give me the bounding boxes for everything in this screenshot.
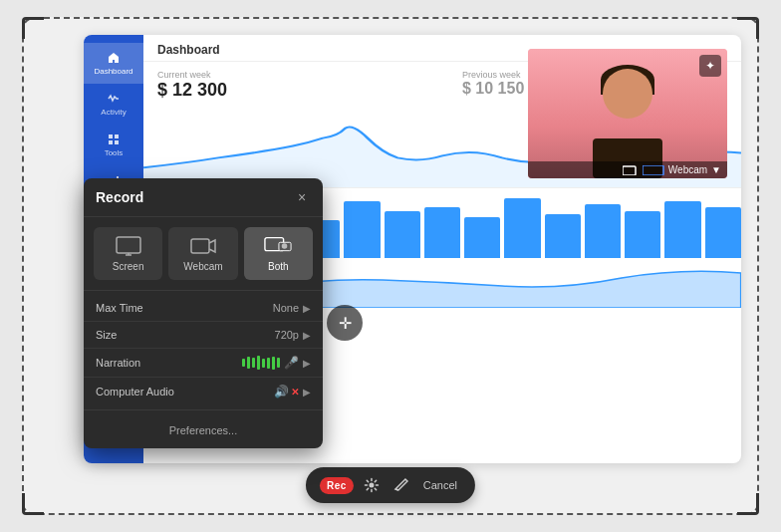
svg-point-15: [282, 243, 288, 249]
record-panel-header: Record ×: [84, 178, 323, 217]
wand-button[interactable]: ✦: [699, 55, 721, 77]
cancel-button[interactable]: Cancel: [419, 477, 461, 493]
bar-chart-bar: [424, 207, 460, 258]
webcam-dropdown-icon[interactable]: ▼: [711, 164, 721, 175]
both-icon: [264, 235, 292, 257]
speaker-icon: 🔊: [274, 385, 289, 399]
mode-selector: Screen Webcam: [84, 217, 323, 291]
svg-point-16: [369, 483, 374, 488]
size-chevron: ▶: [303, 330, 311, 341]
svg-rect-12: [191, 239, 209, 253]
home-icon: [107, 51, 121, 65]
svg-rect-2: [109, 140, 113, 144]
mic-icon: 🎤: [284, 356, 299, 370]
mode-screen-button[interactable]: Screen: [94, 227, 162, 280]
bar-chart-bar: [344, 201, 380, 258]
mode-both-button[interactable]: Both: [244, 227, 313, 280]
max-time-value: None: [273, 302, 299, 314]
audio-muted-indicator: 🔊 ✕: [274, 385, 299, 399]
svg-rect-1: [115, 134, 119, 138]
screen-icon: [115, 235, 142, 257]
computer-audio-row[interactable]: Computer Audio 🔊 ✕ ▶: [84, 378, 323, 405]
svg-rect-9: [623, 166, 636, 175]
record-panel: Record × Screen: [84, 178, 323, 448]
close-button[interactable]: ×: [293, 188, 311, 206]
size-row[interactable]: Size 720p ▶: [84, 322, 323, 349]
webcam-preview: ✦ Webcam ▼: [528, 49, 727, 178]
computer-audio-chevron: ▶: [303, 387, 311, 398]
settings-list: Max Time None ▶ Size 720p ▶ Narration: [84, 291, 323, 410]
size-value: 720p: [275, 329, 299, 341]
preferences-row[interactable]: Preferences...: [84, 410, 323, 448]
svg-rect-3: [115, 140, 119, 144]
size-label: Size: [96, 329, 275, 341]
pencil-icon-button[interactable]: [390, 473, 413, 497]
bar-chart-bar: [464, 217, 500, 258]
narration-row[interactable]: Narration 🎤 ▶: [84, 349, 323, 378]
max-time-label: Max Time: [96, 302, 273, 314]
corner-bl: [22, 493, 44, 515]
corner-tl: [22, 17, 44, 39]
move-handle[interactable]: ✛: [327, 305, 363, 341]
preferences-link[interactable]: Preferences...: [169, 424, 237, 436]
computer-audio-label: Computer Audio: [96, 386, 274, 398]
current-week-stat: Current week $ 12 300: [157, 70, 422, 101]
bar-chart-bar: [585, 204, 621, 258]
webcam-person-bg: [528, 49, 727, 178]
corner-tr: [737, 17, 759, 39]
size-large-icon: [643, 165, 664, 175]
max-time-chevron: ▶: [303, 303, 311, 314]
outer-frame: Dashboard Activity Tools: [22, 17, 759, 515]
settings-icon-button[interactable]: [360, 473, 384, 497]
activity-icon: [107, 92, 121, 106]
bar-chart-bar: [625, 211, 660, 258]
narration-label: Narration: [96, 357, 242, 369]
record-panel-title: Record: [96, 189, 143, 205]
person-head: [603, 69, 652, 119]
sidebar-item-activity[interactable]: Activity: [84, 84, 143, 125]
webcam-toolbar: Webcam ▼: [528, 161, 727, 178]
bar-chart-bar: [664, 201, 700, 258]
max-time-row[interactable]: Max Time None ▶: [84, 295, 323, 322]
webcam-icon: [189, 235, 217, 257]
bottom-toolbar: Rec Cancel: [306, 467, 475, 503]
narration-bars: [242, 356, 280, 370]
svg-rect-10: [643, 165, 663, 175]
sidebar-item-dashboard[interactable]: Dashboard: [84, 43, 143, 84]
svg-rect-0: [109, 134, 113, 138]
current-week-value: $ 12 300: [157, 80, 422, 101]
current-week-label: Current week: [157, 70, 422, 80]
corner-br: [737, 493, 759, 515]
rec-badge: Rec: [320, 477, 354, 494]
narration-chevron: ▶: [303, 358, 311, 369]
webcam-label: Webcam: [668, 164, 707, 175]
svg-rect-11: [117, 237, 140, 253]
bar-chart-bar: [385, 211, 420, 258]
bar-chart-bar: [705, 207, 741, 258]
mode-webcam-button[interactable]: Webcam: [168, 227, 237, 280]
tools-icon: [107, 133, 121, 146]
bar-chart-bar: [504, 198, 540, 258]
mute-x-icon: ✕: [291, 387, 299, 398]
sidebar-item-tools[interactable]: Tools: [84, 125, 143, 165]
size-small-icon: [623, 165, 639, 175]
bar-chart-bar: [545, 214, 581, 258]
